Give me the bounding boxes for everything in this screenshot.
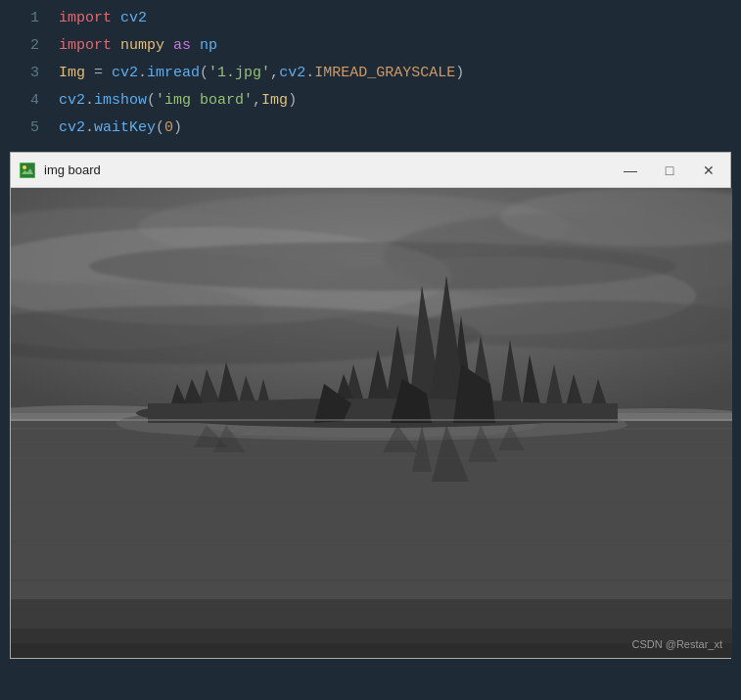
window-icon xyxy=(19,162,36,179)
svg-rect-25 xyxy=(11,580,732,582)
line-number-3: 3 xyxy=(10,65,39,81)
svg-rect-22 xyxy=(11,472,732,473)
close-button[interactable]: ✕ xyxy=(695,160,722,181)
svg-rect-20 xyxy=(11,443,732,443)
code-content-3: Img = cv2.imread('1.jpg',cv2.IMREAD_GRAY… xyxy=(59,65,464,81)
svg-rect-69 xyxy=(11,419,732,421)
code-editor: 1 import cv2 2 import numpy as np 3 Img … xyxy=(0,0,741,152)
svg-point-2 xyxy=(23,165,26,169)
code-content-1: import cv2 xyxy=(59,10,147,26)
img-window[interactable]: img board — □ ✕ xyxy=(10,152,731,659)
image-display: CSDN @Restar_xt xyxy=(11,188,732,658)
line-number-2: 2 xyxy=(10,37,39,54)
code-line-2: 2 import numpy as np xyxy=(0,37,741,65)
code-line-1: 1 import cv2 xyxy=(0,10,741,37)
svg-rect-1 xyxy=(21,163,34,177)
code-line-3: 3 Img = cv2.imread('1.jpg',cv2.IMREAD_GR… xyxy=(0,65,741,92)
code-content-4: cv2.imshow('img board',Img) xyxy=(59,92,297,109)
line-number-4: 4 xyxy=(10,92,39,109)
watermark: CSDN @Restar_xt xyxy=(632,638,722,650)
line-number-5: 5 xyxy=(10,119,39,136)
window-title: img board xyxy=(44,163,617,177)
svg-rect-21 xyxy=(11,457,732,459)
window-titlebar: img board — □ ✕ xyxy=(11,153,730,188)
restore-button[interactable]: □ xyxy=(656,160,683,181)
minimize-button[interactable]: — xyxy=(617,160,644,181)
svg-point-12 xyxy=(89,242,676,291)
svg-point-55 xyxy=(136,398,606,428)
svg-rect-24 xyxy=(11,540,732,542)
code-line-4: 4 cv2.imshow('img board',Img) xyxy=(0,92,741,119)
window-controls: — □ ✕ xyxy=(617,160,722,181)
svg-rect-23 xyxy=(11,501,732,503)
svg-rect-68 xyxy=(11,643,732,658)
code-line-5: 5 cv2.waitKey(0) xyxy=(0,119,741,147)
line-number-1: 1 xyxy=(10,10,39,26)
code-content-5: cv2.waitKey(0) xyxy=(59,119,182,136)
code-content-2: import numpy as np xyxy=(59,37,217,54)
